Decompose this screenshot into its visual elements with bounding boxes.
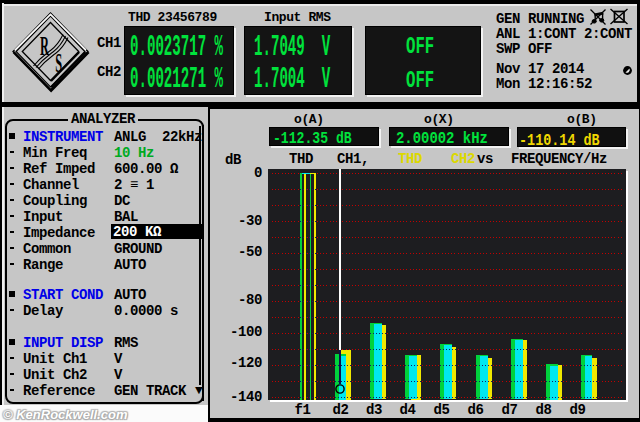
svg-text:R: R xyxy=(40,31,49,62)
svg-text:S: S xyxy=(55,48,62,79)
